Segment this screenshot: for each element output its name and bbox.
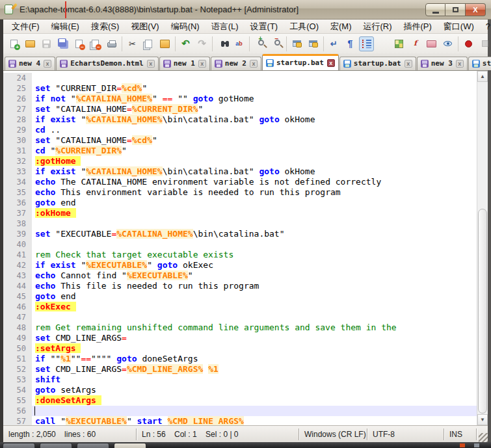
resize-grip[interactable] — [479, 433, 488, 442]
line-content[interactable]: :gotHome — [32, 156, 477, 166]
sync-vertical-button[interactable] — [289, 36, 304, 51]
show-all-characters-button[interactable]: ¶ — [343, 36, 358, 51]
paste-button[interactable] — [157, 36, 172, 51]
browser-taskbar-icon[interactable] — [114, 443, 146, 448]
line-content[interactable]: :okHome — [32, 208, 477, 218]
status-encoding[interactable]: UTF-8 — [367, 428, 444, 440]
scroll-down-icon[interactable]: ▼ — [477, 414, 488, 425]
line-content[interactable]: goto setArgs — [32, 385, 477, 395]
line-content[interactable]: :setArgs — [32, 343, 477, 354]
line-content[interactable]: if not "%CATALINA_HOME%" == "" goto gotH… — [32, 94, 477, 104]
line-content[interactable] — [32, 218, 477, 229]
notepadpp-taskbar-icon[interactable] — [3, 443, 35, 448]
save-button[interactable] — [39, 36, 54, 51]
menu-item-tools[interactable]: 工具(O) — [284, 20, 325, 34]
line-content[interactable] — [32, 312, 477, 323]
line-content[interactable]: set CMD_LINE_ARGS=%CMD_LINE_ARGS% %1 — [32, 364, 477, 375]
copy-button[interactable] — [141, 36, 156, 51]
line-content[interactable]: echo Cannot find "%EXECUTABLE%" — [32, 270, 477, 281]
line-content[interactable] — [32, 73, 477, 83]
function-list-button[interactable]: f — [408, 36, 423, 51]
close-file-button[interactable]: − — [72, 36, 86, 51]
cut-button[interactable]: ✂ — [125, 36, 140, 51]
line-content[interactable]: if exist "%CATALINA_HOME%\bin\catalina.b… — [32, 166, 477, 177]
line-content[interactable]: set "CURRENT_DIR=%cd%" — [32, 83, 477, 94]
user-defined-language-button[interactable] — [375, 36, 390, 51]
app-taskbar-icon[interactable] — [77, 443, 109, 448]
document-map-button[interactable] — [391, 36, 406, 51]
menu-item-help[interactable]: ? — [480, 20, 491, 33]
menu-item-file[interactable]: 文件(F) — [6, 20, 46, 34]
replace-button[interactable]: ab — [232, 36, 246, 51]
tab-new-4[interactable]: new 4x — [5, 57, 55, 70]
menu-item-macro[interactable]: 宏(M) — [325, 20, 358, 34]
tab-close-icon[interactable]: x — [147, 60, 155, 68]
tab-close-icon[interactable]: x — [198, 60, 206, 68]
line-content[interactable]: set "EXECUTABLE=%CATALINA_HOME%\bin\cata… — [32, 229, 477, 239]
line-content[interactable]: echo This file is needed to run this pro… — [32, 281, 477, 291]
undo-button[interactable]: ↶ — [178, 36, 193, 51]
line-content[interactable]: rem Check that target executable exists — [32, 250, 477, 260]
line-content[interactable]: if exist "%EXECUTABLE%" goto okExec — [32, 260, 477, 270]
line-content[interactable]: :okExec — [32, 302, 477, 312]
close-all-button[interactable]: − — [88, 36, 103, 51]
indent-guide-button[interactable] — [359, 36, 374, 51]
line-content[interactable]: cd .. — [32, 125, 477, 135]
line-content[interactable] — [32, 406, 477, 416]
menu-item-view[interactable]: 视图(V) — [125, 20, 165, 34]
line-content[interactable]: goto end — [32, 198, 477, 208]
scroll-up-icon[interactable]: ▲ — [477, 71, 488, 82]
menu-item-search[interactable]: 搜索(S) — [85, 20, 125, 34]
open-file-button[interactable] — [23, 36, 38, 51]
line-content[interactable]: if exist "%CATALINA_HOME%\bin\catalina.b… — [32, 114, 477, 125]
stop-recording-button[interactable] — [477, 36, 491, 51]
gray-tray-icon[interactable] — [474, 443, 479, 447]
menu-item-settings[interactable]: 设置(T) — [245, 20, 284, 34]
new-file-button[interactable]: + — [7, 36, 21, 51]
status-insert-mode[interactable]: INS — [444, 428, 477, 440]
line-content[interactable]: :doneSetArgs — [32, 395, 477, 406]
explorer-taskbar-icon[interactable] — [40, 443, 72, 448]
menu-item-plugins[interactable]: 插件(P) — [398, 20, 438, 34]
zoom-out-button[interactable]: − — [269, 36, 284, 51]
line-content[interactable]: set "CATALINA_HOME=%CURRENT_DIR%" — [32, 104, 477, 114]
tab-close-icon[interactable]: x — [250, 60, 258, 68]
save-all-button[interactable] — [55, 36, 70, 51]
line-content[interactable]: cd "%CURRENT_DIR%" — [32, 146, 477, 156]
red-tray-icon[interactable] — [460, 443, 465, 447]
print-button[interactable] — [104, 36, 119, 51]
line-content[interactable]: rem Get remaining unshifted command line… — [32, 323, 477, 333]
line-content[interactable]: set CMD_LINE_ARGS= — [32, 333, 477, 343]
tab-close-icon[interactable]: x — [405, 60, 412, 68]
find-button[interactable] — [215, 36, 230, 51]
word-wrap-button[interactable]: ↵ — [326, 36, 341, 51]
line-content[interactable]: set "CATALINA_HOME=%cd%" — [32, 135, 477, 146]
close-button[interactable]: X — [466, 3, 486, 16]
tab-close-icon[interactable]: x — [44, 60, 51, 68]
monitoring-button[interactable] — [440, 36, 455, 51]
line-content[interactable]: echo This environment variable is needed… — [32, 187, 477, 198]
menu-item-window[interactable]: 窗口(W) — [438, 20, 480, 34]
line-content[interactable]: echo The CATALINA_HOME environment varia… — [32, 177, 477, 187]
menu-item-language[interactable]: 语言(L) — [206, 20, 245, 34]
start-recording-button[interactable] — [461, 36, 476, 51]
tab-echartsdemon.html[interactable]: EchartsDemon.htmlx — [56, 57, 159, 70]
menu-item-encoding[interactable]: 编码(N) — [165, 20, 206, 34]
line-content[interactable]: goto end — [32, 291, 477, 302]
tab-new-2[interactable]: new 2x — [211, 57, 261, 70]
line-content[interactable] — [32, 239, 477, 250]
line-content[interactable]: call "%EXECUTABLE%" start %CMD_LINE_ARGS… — [32, 416, 477, 425]
minimize-button[interactable] — [425, 3, 445, 16]
zoom-in-button[interactable]: + — [252, 36, 267, 51]
line-content[interactable]: shift — [32, 375, 477, 385]
redo-button[interactable]: ↷ — [194, 36, 209, 51]
status-eol-format[interactable]: Windows (CR LF) — [299, 428, 367, 440]
tab-new-3[interactable]: new 3x — [417, 57, 468, 70]
tab-close-icon[interactable]: x — [327, 59, 335, 67]
line-content[interactable]: if ""%1""=="""" goto doneSetArgs — [32, 354, 477, 364]
tab-startup.bat[interactable]: startup.batx — [339, 57, 416, 70]
tab-close-icon[interactable]: x — [456, 60, 464, 68]
tab-new-1[interactable]: new 1x — [159, 57, 210, 70]
restore-button[interactable] — [445, 3, 466, 16]
menu-item-run[interactable]: 运行(R) — [357, 20, 397, 34]
